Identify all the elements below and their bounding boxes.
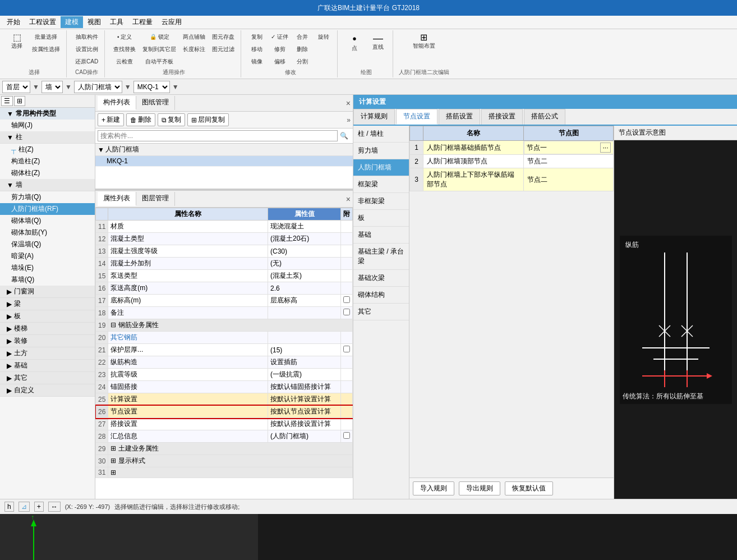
list-view-btn[interactable]: ⊞ xyxy=(14,96,25,106)
tree-axis[interactable]: 轴网(J) xyxy=(0,120,95,131)
trim-button[interactable]: 修剪 xyxy=(268,44,291,55)
calc-sidebar-masonry[interactable]: 砌体结构 xyxy=(353,287,409,304)
restore-defaults-btn[interactable]: 恢复默认值 xyxy=(505,481,553,495)
calc-tab-nodes[interactable]: 节点设置 xyxy=(396,109,437,125)
tree-curtain-wall[interactable]: 幕墙(Q) xyxy=(0,274,95,286)
node-row-1[interactable]: 1 人防门框墙基础插筋节点 节点一 ··· xyxy=(410,141,614,155)
calc-sidebar-other[interactable]: 其它 xyxy=(353,304,409,320)
delete-comp-button[interactable]: 🗑 删除 xyxy=(126,113,155,126)
export-rules-btn[interactable]: 导出规则 xyxy=(459,481,500,495)
tree-custom[interactable]: ▶ 自定义 xyxy=(0,384,95,397)
calc-sidebar-foundation[interactable]: 基础 xyxy=(353,227,409,244)
menu-project-settings[interactable]: 工程设置 xyxy=(25,16,61,28)
element-filter-button[interactable]: 图元过滤 xyxy=(209,44,237,55)
tree-masonry-col[interactable]: 砌体柱(Z) xyxy=(0,167,95,179)
tree-masonry-wall[interactable]: 砌体墙(Q) xyxy=(0,215,95,227)
menu-tools[interactable]: 工具 xyxy=(105,16,128,28)
calc-tab-splice[interactable]: 搭接设置 xyxy=(481,109,523,125)
cloud-check-button[interactable]: 云检查 xyxy=(110,56,139,67)
point-button[interactable]: • 点 xyxy=(343,31,366,54)
name-select[interactable]: MKQ-1 xyxy=(133,81,170,93)
node-row-2[interactable]: 2 人防门框墙顶部节点 节点二 xyxy=(410,155,614,168)
calc-sidebar-found-beam[interactable]: 基础主梁 / 承台梁 xyxy=(353,244,409,270)
close-props-panel[interactable]: × xyxy=(346,195,351,204)
prop-select-button[interactable]: 按属性选择 xyxy=(29,44,63,55)
prop-row-26[interactable]: 26 节点设置 按默认节点设置计算 xyxy=(96,406,353,418)
tree-wall-group[interactable]: ▼ 墙 xyxy=(0,179,95,191)
tree-slab[interactable]: ▶ 板 xyxy=(0,310,95,323)
layer-mgr-tab[interactable]: 图层管理 xyxy=(136,192,175,206)
tree-view-btn[interactable]: ☰ xyxy=(1,96,13,106)
calc-sidebar-shear[interactable]: 剪力墙 xyxy=(353,143,409,159)
calc-sidebar-slab[interactable]: 板 xyxy=(353,210,409,227)
find-replace-button[interactable]: 查找替换 xyxy=(110,44,139,55)
calc-sidebar-col-wall[interactable]: 柱 / 墙柱 xyxy=(353,126,409,143)
restore-cad-button[interactable]: 还原CAD xyxy=(72,56,101,67)
smart-place-button[interactable]: ⊞ 智能布置 xyxy=(410,31,438,52)
tree-foundation[interactable]: ▶ 基础 xyxy=(0,360,95,372)
more-options[interactable]: » xyxy=(347,116,351,124)
new-comp-button[interactable]: + 新建 xyxy=(98,113,124,126)
tree-insulation[interactable]: 保温墙(Q) xyxy=(0,238,95,250)
calc-sidebar-civil[interactable]: 人防门框墙 xyxy=(353,159,409,176)
search-icon[interactable]: 🔍 xyxy=(338,132,351,140)
close-comp-panel[interactable]: × xyxy=(346,99,351,108)
mirror-button[interactable]: 镜像 xyxy=(247,56,267,67)
tree-other[interactable]: ▶ 其它 xyxy=(0,372,95,384)
menu-modeling[interactable]: 建模 xyxy=(61,16,83,28)
floor-copy-button[interactable]: ⊞ 层间复制 xyxy=(187,113,229,126)
merge-button[interactable]: 合并 xyxy=(292,31,312,43)
set-scale-button[interactable]: 设置比例 xyxy=(72,44,101,55)
props-list-tab[interactable]: 属性列表 xyxy=(98,192,136,206)
type-select[interactable]: 人防门框墙 xyxy=(74,81,122,93)
tree-stair[interactable]: ▶ 楼梯 xyxy=(0,323,95,335)
calc-sidebar-found-sec[interactable]: 基础次梁 xyxy=(353,270,409,287)
menu-quantity[interactable]: 工程量 xyxy=(128,16,157,28)
menu-start[interactable]: 开始 xyxy=(2,16,25,28)
define-button[interactable]: ▪ 定义 xyxy=(110,31,139,43)
line-button[interactable]: — 直线 xyxy=(367,31,389,53)
two-points-button[interactable]: 两点辅轴 xyxy=(180,31,208,43)
calc-tab-rules[interactable]: 计算规则 xyxy=(353,109,395,125)
offset-button[interactable]: 偏移 xyxy=(268,56,291,67)
comp-list-tab[interactable]: 构件列表 xyxy=(98,96,136,110)
extract-button[interactable]: 抽取构件 xyxy=(72,31,101,43)
import-rules-btn[interactable]: 导入规则 xyxy=(413,481,454,495)
comp-category-civil[interactable]: ▼ 人防门框墙 xyxy=(95,144,353,156)
tree-column[interactable]: ┬ 柱(Z) xyxy=(0,144,95,155)
search-input[interactable] xyxy=(98,130,338,141)
delete-button[interactable]: 删除 xyxy=(292,44,312,55)
tree-dark-beam[interactable]: 暗梁(A) xyxy=(0,250,95,262)
drawing-mgr-tab[interactable]: 图纸管理 xyxy=(136,96,175,110)
floor-select[interactable]: 首层 xyxy=(2,81,30,93)
menu-cloud[interactable]: 云应用 xyxy=(157,16,186,28)
divide-button[interactable]: 分割 xyxy=(292,56,312,67)
tree-wall-column[interactable]: 墙垛(E) xyxy=(0,262,95,274)
tree-common[interactable]: ▼ 常用构件类型 xyxy=(0,108,95,120)
rotate-button[interactable]: 旋转 xyxy=(314,31,334,43)
comp-item-mkq1[interactable]: MKQ-1 xyxy=(95,156,353,167)
select-button[interactable]: ⬚ 选择 xyxy=(6,31,28,52)
tree-earthwork[interactable]: ▶ 土方 xyxy=(0,347,95,360)
tree-construct-col[interactable]: 构造柱(Z) xyxy=(0,155,95,167)
calc-sidebar-frame-beam[interactable]: 框架梁 xyxy=(353,176,409,193)
node-1-btn[interactable]: ··· xyxy=(600,143,610,153)
move-button[interactable]: 移动 xyxy=(247,44,267,55)
menu-view[interactable]: 视图 xyxy=(83,16,105,28)
tree-shear-wall[interactable]: 剪力墙(Q) xyxy=(0,191,95,203)
lock-button[interactable]: 🔒 锁定 xyxy=(140,31,179,43)
auto-level-button[interactable]: 自动平齐板 xyxy=(140,56,179,67)
copy-comp-button[interactable]: ⧉ 复制 xyxy=(158,113,185,126)
copy-button[interactable]: 复制 xyxy=(247,31,267,43)
canvas-left[interactable]: X ↑ xyxy=(0,514,258,560)
tree-civil-wall[interactable]: 人防门框墙(RF) xyxy=(0,203,95,215)
tree-door-window[interactable]: ▶ 门窗洞 xyxy=(0,286,95,298)
tree-decoration[interactable]: ▶ 装修 xyxy=(0,335,95,347)
tree-masonry-add[interactable]: 砌体加筋(Y) xyxy=(0,227,95,238)
tree-beam[interactable]: ▶ 梁 xyxy=(0,298,95,310)
category-select[interactable]: 墙 xyxy=(42,81,63,93)
attach-21[interactable] xyxy=(343,346,350,352)
node-row-3[interactable]: 3 人防门框墙上下部水平纵筋端部节点 节点二 xyxy=(410,168,614,191)
attach-17[interactable] xyxy=(343,296,350,303)
attach-18[interactable] xyxy=(343,309,350,315)
